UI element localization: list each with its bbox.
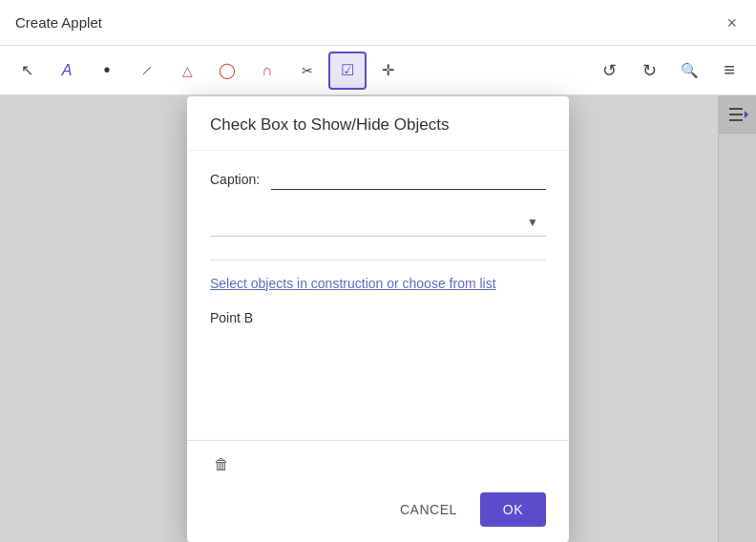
undo-button[interactable] [590,52,628,90]
close-button[interactable]: × [723,10,741,35]
menu-icon [724,59,735,81]
object-list: Point B [210,306,546,421]
menu-button[interactable] [710,52,748,90]
circle-icon [219,60,236,80]
toolbar-line-btn[interactable] [128,52,166,90]
dialog: Check Box to Show/Hide Objects Caption: [187,96,569,542]
title-bar: Create Applet × [0,0,756,46]
dialog-footer: CANCEL OK [187,477,569,542]
toolbar-checkbox-btn[interactable] [328,52,367,90]
tools-icon [302,60,313,80]
toolbar [0,46,756,95]
canvas-area: Check Box to Show/Hide Objects Caption: [0,95,756,542]
redo-icon [642,60,657,81]
divider [210,260,546,261]
arrow-icon [21,60,33,80]
bottom-section [187,440,569,477]
toolbar-move-btn[interactable] [368,52,407,90]
trash-icon [214,456,229,472]
app-window: Create Applet × [0,0,756,542]
list-item: Point B [210,306,546,329]
redo-button[interactable] [630,52,668,90]
toolbar-circle-btn[interactable] [208,52,246,90]
toolbar-text-btn[interactable] [48,52,86,90]
modal-overlay: Check Box to Show/Hide Objects Caption: [0,95,756,542]
app-title: Create Applet [15,14,102,31]
checkbox-icon [341,60,354,80]
toolbar-right [590,52,748,90]
polygon-icon [182,60,193,80]
toolbar-tools-btn[interactable] [288,52,326,90]
zoom-icon [681,60,699,80]
move-icon [382,60,394,80]
dialog-title: Check Box to Show/Hide Objects [210,115,546,135]
dialog-header: Check Box to Show/Hide Objects [187,96,569,151]
conic-icon [262,60,273,80]
caption-label: Caption: [210,172,260,187]
ok-button[interactable]: OK [480,492,546,527]
dialog-body: Caption: ▼ Select objects in constructio… [187,151,569,440]
toolbar-arrow-btn[interactable] [8,52,46,90]
point-icon [103,59,110,81]
cancel-button[interactable]: CANCEL [385,492,472,527]
zoom-button[interactable] [670,52,708,90]
toolbar-point-btn[interactable] [88,52,126,90]
delete-button[interactable] [210,452,233,477]
caption-row: Caption: [210,170,546,190]
dropdown-select[interactable] [210,209,546,237]
caption-input[interactable] [271,170,546,190]
toolbar-polygon-btn[interactable] [168,52,206,90]
toolbar-conic-btn[interactable] [248,52,286,90]
text-icon [62,60,73,80]
line-icon [139,60,155,80]
dropdown-row[interactable]: ▼ [210,209,546,237]
undo-icon [602,60,617,81]
select-objects-link[interactable]: Select objects in construction or choose… [210,276,546,291]
